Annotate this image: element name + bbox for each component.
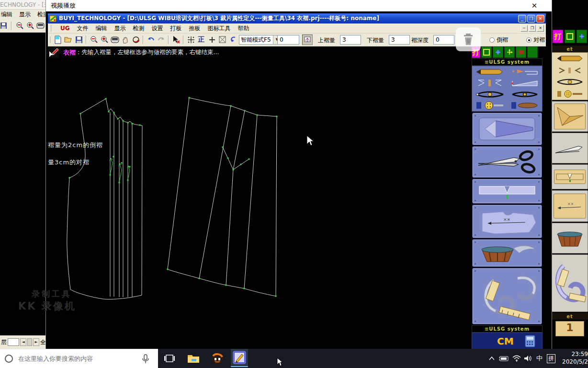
box-pleat-radio[interactable]: 对褶	[526, 36, 545, 44]
shape-tool-button[interactable]	[516, 46, 526, 58]
speaker-icon[interactable]	[523, 352, 533, 365]
zoom-in-icon[interactable]	[26, 21, 34, 31]
ime-mode-indicator[interactable]: 拼	[547, 354, 555, 363]
blank-tool-button[interactable]	[527, 46, 538, 58]
dart-tool-button-bg[interactable]	[552, 101, 588, 132]
fabric-roll-tool-button[interactable]	[507, 100, 542, 112]
rotate-icon[interactable]	[228, 34, 238, 45]
app-close-button[interactable]: ✕	[536, 15, 544, 23]
taskbar-search[interactable]	[0, 349, 158, 368]
zoom-in-icon[interactable]	[99, 34, 109, 45]
zoom-out-icon[interactable]	[89, 34, 99, 45]
seam-symbol-tool-button[interactable]	[472, 78, 507, 89]
recorder-overlay-button[interactable]	[456, 27, 481, 51]
point-tool-button-bg[interactable]	[577, 30, 587, 43]
zoom-out-icon[interactable]	[15, 21, 24, 31]
fit-screen-icon[interactable]	[36, 21, 45, 31]
undo-icon[interactable]	[146, 34, 156, 45]
grid-off-icon[interactable]	[217, 34, 227, 45]
toolbar-grip[interactable]	[49, 36, 50, 43]
new-file-icon[interactable]	[53, 34, 63, 45]
video-window-titlebar[interactable]: 视频播放 ✕	[46, 0, 552, 12]
flag-toggle-button[interactable]	[302, 34, 313, 45]
menubar-grip[interactable]	[50, 25, 51, 32]
menu-edit[interactable]: 编辑	[96, 24, 107, 33]
video-close-button[interactable]: ✕	[530, 1, 539, 11]
menu-help[interactable]: 帮助	[238, 24, 249, 33]
angle-input[interactable]: 0	[277, 35, 299, 45]
bg-menu-edit[interactable]: 编辑	[1, 10, 12, 19]
scroll-right-button[interactable]: ►	[33, 338, 39, 346]
save-icon[interactable]	[0, 21, 8, 31]
wifi-icon[interactable]	[511, 352, 522, 365]
button-tool-icon[interactable]	[552, 88, 588, 100]
button-tool-button[interactable]	[472, 100, 507, 112]
angle-ruler-tool-button[interactable]	[507, 78, 542, 89]
save-icon[interactable]	[74, 34, 84, 45]
lower-pleat-input[interactable]: 3	[389, 35, 410, 45]
pointer-delete-icon[interactable]	[171, 34, 181, 45]
dart-mark-tool-button[interactable]	[507, 66, 542, 78]
palette-title-top[interactable]: ≡ULSG system	[472, 58, 543, 66]
menu-icon-tools[interactable]: 图标工具	[208, 24, 231, 33]
ime-language-indicator[interactable]: 中	[536, 354, 543, 363]
pencil-tool-icon[interactable]	[552, 53, 588, 65]
tray-chevron-up-icon[interactable]	[487, 352, 496, 365]
compass-tool-icon[interactable]	[552, 76, 588, 88]
pattern-canvas[interactable]: 褶量为2cm的倒褶 量3cm的对褶	[48, 58, 472, 350]
recorder-app-icon[interactable]	[211, 352, 224, 365]
mdi-close-button[interactable]: ✕	[537, 25, 544, 32]
show-all-button[interactable]: 全	[40, 338, 46, 346]
file-explorer-icon[interactable]	[187, 352, 200, 365]
pleat-depth-input[interactable]: 0	[433, 35, 454, 45]
dart-cone-button[interactable]	[472, 113, 542, 145]
pencil-tool-button[interactable]	[472, 66, 507, 78]
scissors-tool-button-bg[interactable]	[552, 133, 588, 163]
scroll-thumb[interactable]	[27, 338, 32, 346]
mode-select[interactable]: 智能模式F5▼	[239, 35, 281, 45]
menu-ug[interactable]: UG	[60, 25, 70, 32]
notch-button[interactable]	[472, 179, 542, 204]
scroll-left-button[interactable]: ◄	[20, 338, 26, 346]
point-tool-button[interactable]	[493, 46, 503, 58]
compass2-tool-button[interactable]	[507, 89, 542, 100]
open-file-icon[interactable]	[63, 34, 73, 45]
fit-screen-icon[interactable]	[110, 34, 120, 45]
redo-icon[interactable]	[156, 34, 166, 45]
menu-check[interactable]: 检测	[133, 24, 145, 33]
menu-settings[interactable]: 设置	[152, 24, 163, 33]
basket-tool-button-bg[interactable]	[552, 223, 588, 253]
task-view-icon[interactable]	[163, 352, 176, 365]
basket-button[interactable]	[472, 239, 542, 267]
menu-pattern[interactable]: 打板	[170, 24, 182, 33]
seam-tool-icon[interactable]	[552, 65, 588, 77]
menu-file[interactable]: 文件	[77, 24, 89, 33]
piece-tool-button-bg[interactable]: ⨯⨯	[552, 190, 588, 222]
plus-icon[interactable]	[207, 34, 217, 45]
app-restore-button[interactable]: ❐	[527, 15, 535, 23]
mdi-restore-button[interactable]: ❐	[529, 25, 536, 32]
bg-menu-check[interactable]: 检测	[37, 10, 46, 19]
pan-hand-icon[interactable]	[120, 34, 130, 45]
frame-tool-button[interactable]	[481, 46, 492, 58]
zoom-select-icon[interactable]	[131, 34, 141, 45]
compass-tool-button[interactable]	[472, 89, 507, 100]
move-icon[interactable]	[186, 34, 196, 45]
taskbar-clock[interactable]: 23:59 2020/5/2	[561, 350, 588, 366]
bg-menu-view[interactable]: 显示	[19, 10, 31, 19]
upper-pleat-input[interactable]: 3	[340, 35, 361, 45]
frame-tool-button-bg[interactable]	[565, 30, 575, 43]
app-minimize-button[interactable]: _	[518, 15, 526, 23]
tape-tool-button-bg[interactable]	[552, 254, 588, 312]
measuring-tape-button[interactable]	[472, 268, 542, 324]
mdi-minimize-button[interactable]: ─	[520, 25, 528, 32]
inverted-pleat-radio[interactable]: 倒褶	[489, 36, 508, 44]
layer-field[interactable]	[8, 338, 19, 346]
cortana-icon[interactable]	[5, 355, 13, 363]
notch-tool-button-bg[interactable]	[552, 164, 588, 189]
palette-title-bottom[interactable]: ≡ULSG system	[472, 325, 543, 333]
pattern-app-taskbar-icon[interactable]	[231, 349, 248, 367]
menu-view[interactable]: 显示	[114, 24, 126, 33]
microphone-icon[interactable]	[142, 354, 149, 364]
search-input[interactable]	[17, 355, 127, 363]
